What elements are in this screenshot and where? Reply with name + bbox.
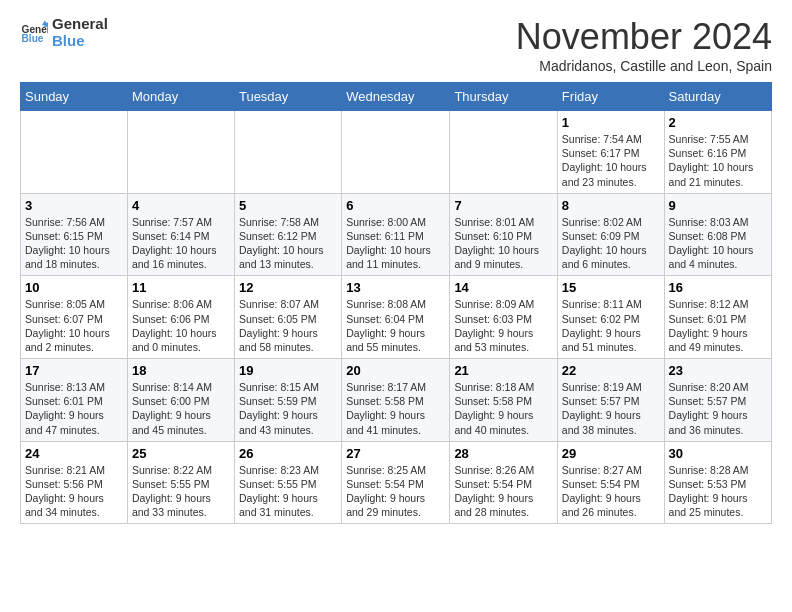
calendar-cell: 5Sunrise: 7:58 AM Sunset: 6:12 PM Daylig… <box>234 193 341 276</box>
calendar-cell <box>342 111 450 194</box>
day-info: Sunrise: 8:13 AM Sunset: 6:01 PM Dayligh… <box>25 380 123 437</box>
day-info: Sunrise: 8:12 AM Sunset: 6:01 PM Dayligh… <box>669 297 767 354</box>
day-number: 29 <box>562 446 660 461</box>
calendar-cell: 9Sunrise: 8:03 AM Sunset: 6:08 PM Daylig… <box>664 193 771 276</box>
day-number: 7 <box>454 198 552 213</box>
calendar-cell: 12Sunrise: 8:07 AM Sunset: 6:05 PM Dayli… <box>234 276 341 359</box>
day-info: Sunrise: 8:25 AM Sunset: 5:54 PM Dayligh… <box>346 463 445 520</box>
day-info: Sunrise: 8:23 AM Sunset: 5:55 PM Dayligh… <box>239 463 337 520</box>
calendar-cell: 3Sunrise: 7:56 AM Sunset: 6:15 PM Daylig… <box>21 193 128 276</box>
calendar-cell: 22Sunrise: 8:19 AM Sunset: 5:57 PM Dayli… <box>557 359 664 442</box>
day-number: 11 <box>132 280 230 295</box>
calendar-cell: 14Sunrise: 8:09 AM Sunset: 6:03 PM Dayli… <box>450 276 557 359</box>
calendar-week-2: 3Sunrise: 7:56 AM Sunset: 6:15 PM Daylig… <box>21 193 772 276</box>
calendar-cell <box>234 111 341 194</box>
day-info: Sunrise: 8:08 AM Sunset: 6:04 PM Dayligh… <box>346 297 445 354</box>
day-info: Sunrise: 8:14 AM Sunset: 6:00 PM Dayligh… <box>132 380 230 437</box>
calendar-week-3: 10Sunrise: 8:05 AM Sunset: 6:07 PM Dayli… <box>21 276 772 359</box>
day-number: 14 <box>454 280 552 295</box>
header: General Blue General Blue November 2024 … <box>20 16 772 74</box>
calendar-cell: 1Sunrise: 7:54 AM Sunset: 6:17 PM Daylig… <box>557 111 664 194</box>
calendar-cell: 4Sunrise: 7:57 AM Sunset: 6:14 PM Daylig… <box>127 193 234 276</box>
day-info: Sunrise: 8:27 AM Sunset: 5:54 PM Dayligh… <box>562 463 660 520</box>
day-number: 27 <box>346 446 445 461</box>
day-number: 6 <box>346 198 445 213</box>
day-number: 12 <box>239 280 337 295</box>
calendar-cell: 17Sunrise: 8:13 AM Sunset: 6:01 PM Dayli… <box>21 359 128 442</box>
calendar-cell: 21Sunrise: 8:18 AM Sunset: 5:58 PM Dayli… <box>450 359 557 442</box>
day-number: 2 <box>669 115 767 130</box>
calendar-week-5: 24Sunrise: 8:21 AM Sunset: 5:56 PM Dayli… <box>21 441 772 524</box>
day-number: 26 <box>239 446 337 461</box>
logo: General Blue General Blue <box>20 16 108 49</box>
calendar: SundayMondayTuesdayWednesdayThursdayFrid… <box>20 82 772 524</box>
calendar-header-row: SundayMondayTuesdayWednesdayThursdayFrid… <box>21 83 772 111</box>
calendar-cell <box>127 111 234 194</box>
calendar-cell: 11Sunrise: 8:06 AM Sunset: 6:06 PM Dayli… <box>127 276 234 359</box>
day-number: 18 <box>132 363 230 378</box>
day-number: 10 <box>25 280 123 295</box>
day-info: Sunrise: 8:18 AM Sunset: 5:58 PM Dayligh… <box>454 380 552 437</box>
location: Madridanos, Castille and Leon, Spain <box>516 58 772 74</box>
day-info: Sunrise: 8:28 AM Sunset: 5:53 PM Dayligh… <box>669 463 767 520</box>
calendar-cell: 28Sunrise: 8:26 AM Sunset: 5:54 PM Dayli… <box>450 441 557 524</box>
calendar-cell: 29Sunrise: 8:27 AM Sunset: 5:54 PM Dayli… <box>557 441 664 524</box>
day-info: Sunrise: 8:03 AM Sunset: 6:08 PM Dayligh… <box>669 215 767 272</box>
day-info: Sunrise: 7:58 AM Sunset: 6:12 PM Dayligh… <box>239 215 337 272</box>
day-number: 5 <box>239 198 337 213</box>
calendar-cell <box>450 111 557 194</box>
day-number: 8 <box>562 198 660 213</box>
calendar-cell: 2Sunrise: 7:55 AM Sunset: 6:16 PM Daylig… <box>664 111 771 194</box>
day-number: 23 <box>669 363 767 378</box>
day-header-friday: Friday <box>557 83 664 111</box>
calendar-cell: 6Sunrise: 8:00 AM Sunset: 6:11 PM Daylig… <box>342 193 450 276</box>
calendar-week-4: 17Sunrise: 8:13 AM Sunset: 6:01 PM Dayli… <box>21 359 772 442</box>
title-block: November 2024 Madridanos, Castille and L… <box>516 16 772 74</box>
calendar-cell: 20Sunrise: 8:17 AM Sunset: 5:58 PM Dayli… <box>342 359 450 442</box>
day-number: 20 <box>346 363 445 378</box>
calendar-cell <box>21 111 128 194</box>
day-number: 3 <box>25 198 123 213</box>
day-info: Sunrise: 7:54 AM Sunset: 6:17 PM Dayligh… <box>562 132 660 189</box>
calendar-cell: 24Sunrise: 8:21 AM Sunset: 5:56 PM Dayli… <box>21 441 128 524</box>
day-number: 21 <box>454 363 552 378</box>
svg-text:Blue: Blue <box>22 33 44 44</box>
day-info: Sunrise: 8:02 AM Sunset: 6:09 PM Dayligh… <box>562 215 660 272</box>
day-number: 22 <box>562 363 660 378</box>
logo-icon: General Blue <box>20 19 48 47</box>
day-header-tuesday: Tuesday <box>234 83 341 111</box>
calendar-cell: 10Sunrise: 8:05 AM Sunset: 6:07 PM Dayli… <box>21 276 128 359</box>
day-info: Sunrise: 8:06 AM Sunset: 6:06 PM Dayligh… <box>132 297 230 354</box>
day-number: 1 <box>562 115 660 130</box>
calendar-cell: 26Sunrise: 8:23 AM Sunset: 5:55 PM Dayli… <box>234 441 341 524</box>
day-number: 4 <box>132 198 230 213</box>
day-info: Sunrise: 8:00 AM Sunset: 6:11 PM Dayligh… <box>346 215 445 272</box>
calendar-cell: 30Sunrise: 8:28 AM Sunset: 5:53 PM Dayli… <box>664 441 771 524</box>
day-info: Sunrise: 8:07 AM Sunset: 6:05 PM Dayligh… <box>239 297 337 354</box>
day-info: Sunrise: 7:55 AM Sunset: 6:16 PM Dayligh… <box>669 132 767 189</box>
calendar-cell: 7Sunrise: 8:01 AM Sunset: 6:10 PM Daylig… <box>450 193 557 276</box>
day-number: 16 <box>669 280 767 295</box>
day-info: Sunrise: 8:11 AM Sunset: 6:02 PM Dayligh… <box>562 297 660 354</box>
calendar-week-1: 1Sunrise: 7:54 AM Sunset: 6:17 PM Daylig… <box>21 111 772 194</box>
day-info: Sunrise: 8:01 AM Sunset: 6:10 PM Dayligh… <box>454 215 552 272</box>
day-header-thursday: Thursday <box>450 83 557 111</box>
day-info: Sunrise: 8:20 AM Sunset: 5:57 PM Dayligh… <box>669 380 767 437</box>
day-number: 17 <box>25 363 123 378</box>
calendar-cell: 15Sunrise: 8:11 AM Sunset: 6:02 PM Dayli… <box>557 276 664 359</box>
month-title: November 2024 <box>516 16 772 58</box>
day-info: Sunrise: 8:15 AM Sunset: 5:59 PM Dayligh… <box>239 380 337 437</box>
day-header-saturday: Saturday <box>664 83 771 111</box>
calendar-cell: 25Sunrise: 8:22 AM Sunset: 5:55 PM Dayli… <box>127 441 234 524</box>
day-info: Sunrise: 7:56 AM Sunset: 6:15 PM Dayligh… <box>25 215 123 272</box>
day-info: Sunrise: 8:21 AM Sunset: 5:56 PM Dayligh… <box>25 463 123 520</box>
day-info: Sunrise: 8:09 AM Sunset: 6:03 PM Dayligh… <box>454 297 552 354</box>
day-number: 24 <box>25 446 123 461</box>
day-header-monday: Monday <box>127 83 234 111</box>
day-number: 9 <box>669 198 767 213</box>
calendar-cell: 8Sunrise: 8:02 AM Sunset: 6:09 PM Daylig… <box>557 193 664 276</box>
day-number: 25 <box>132 446 230 461</box>
calendar-cell: 16Sunrise: 8:12 AM Sunset: 6:01 PM Dayli… <box>664 276 771 359</box>
day-number: 28 <box>454 446 552 461</box>
day-number: 19 <box>239 363 337 378</box>
